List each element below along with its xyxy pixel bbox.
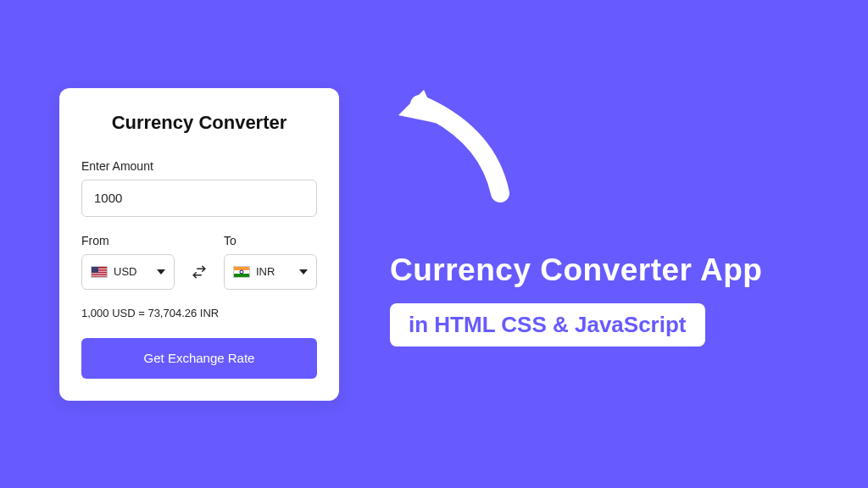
curved-arrow-icon bbox=[373, 58, 526, 210]
from-currency-select[interactable]: USD bbox=[81, 254, 175, 290]
us-flag-icon bbox=[91, 266, 108, 278]
chevron-down-icon bbox=[157, 269, 165, 274]
chevron-down-icon bbox=[299, 269, 308, 274]
get-rate-button[interactable]: Get Exchange Rate bbox=[81, 338, 317, 379]
currency-row: From USD To INR bbox=[81, 234, 317, 290]
converter-card: Currency Converter Enter Amount From USD… bbox=[59, 88, 339, 401]
swap-icon bbox=[192, 264, 207, 280]
amount-input[interactable] bbox=[81, 180, 317, 217]
to-currency-select[interactable]: INR bbox=[224, 254, 317, 290]
promo-section: Currency Converter App in HTML CSS & Jav… bbox=[339, 142, 809, 347]
from-label: From bbox=[81, 234, 175, 247]
amount-field: Enter Amount bbox=[81, 159, 317, 217]
swap-button[interactable] bbox=[185, 254, 214, 290]
to-currency-code: INR bbox=[256, 265, 293, 278]
from-col: From USD bbox=[81, 234, 175, 290]
promo-pill: in HTML CSS & JavaScript bbox=[390, 303, 705, 347]
exchange-result: 1,000 USD = 73,704.26 INR bbox=[81, 307, 317, 319]
amount-label: Enter Amount bbox=[81, 159, 317, 173]
promo-headline: Currency Converter App bbox=[390, 252, 762, 288]
from-currency-code: USD bbox=[114, 265, 151, 278]
to-label: To bbox=[224, 234, 317, 247]
india-flag-icon bbox=[233, 266, 250, 278]
to-col: To INR bbox=[224, 234, 317, 290]
card-title: Currency Converter bbox=[81, 112, 317, 134]
